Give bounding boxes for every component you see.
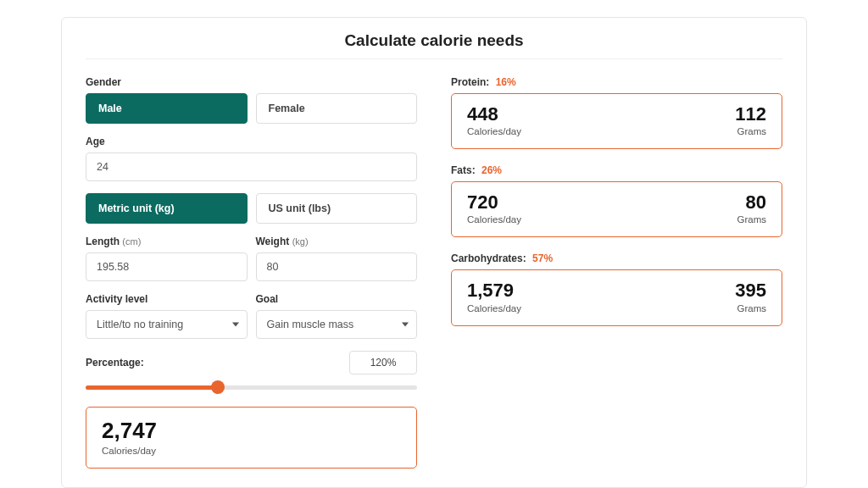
length-weight-row: Length (cm) Weight (kg) (86, 236, 417, 281)
unit-metric-button[interactable]: Metric unit (kg) (86, 193, 248, 224)
goal-select[interactable]: Gain muscle mass (256, 310, 418, 339)
fats-label: Fats: (451, 164, 476, 176)
protein-card: 448 Calories/day 112 Grams (451, 93, 782, 149)
activity-label: Activity level (86, 293, 248, 305)
fats-card: 720 Calories/day 80 Grams (451, 181, 782, 237)
carbs-cal-unit: Calories/day (467, 303, 521, 313)
goal-label: Goal (256, 293, 418, 305)
protein-block: Protein: 16% 448 Calories/day 112 Grams (451, 76, 782, 149)
carbs-label: Carbohydrates: (451, 252, 526, 264)
gender-female-button[interactable]: Female (256, 93, 418, 124)
slider-fill (86, 385, 218, 390)
carbs-cal-value: 1,579 (467, 280, 521, 301)
columns: Gender Male Female Age Metric unit (kg) … (86, 76, 782, 469)
percentage-slider[interactable] (86, 380, 417, 395)
calorie-calculator-panel: Calculate calorie needs Gender Male Fema… (61, 17, 807, 488)
fats-cal-value: 720 (467, 192, 521, 213)
fats-pct: 26% (481, 164, 502, 176)
age-label: Age (86, 136, 417, 147)
carbs-head: Carbohydrates: 57% (451, 252, 782, 264)
activity-select[interactable]: Little/to no training (86, 310, 248, 339)
fats-grams-unit: Grams (737, 214, 767, 225)
total-calories-value: 2,747 (102, 418, 401, 444)
carbs-grams-col: 395 Grams (735, 280, 766, 313)
gender-toggle: Male Female (86, 93, 417, 124)
carbs-grams-unit: Grams (735, 303, 766, 313)
carbs-pct: 57% (532, 252, 553, 264)
unit-group: Metric unit (kg) US unit (lbs) (86, 193, 417, 224)
macros-column: Protein: 16% 448 Calories/day 112 Grams (451, 76, 782, 469)
carbs-cal-col: 1,579 Calories/day (467, 280, 521, 313)
unit-us-button[interactable]: US unit (lbs) (256, 193, 418, 224)
total-calories-unit: Calories/day (102, 446, 401, 456)
length-label: Length (cm) (86, 236, 248, 247)
protein-pct: 16% (496, 76, 516, 88)
fats-cal-unit: Calories/day (467, 214, 521, 225)
age-group: Age (86, 136, 417, 181)
fats-cal-col: 720 Calories/day (467, 192, 521, 225)
activity-goal-row: Activity level Little/to no training Goa… (86, 293, 417, 339)
page-title: Calculate calorie needs (86, 31, 782, 58)
age-input[interactable] (86, 152, 417, 181)
length-input[interactable] (86, 252, 248, 281)
length-group: Length (cm) (86, 236, 248, 281)
percentage-row: Percentage: 120% (86, 351, 417, 374)
protein-cal-unit: Calories/day (467, 126, 521, 136)
carbs-grams-value: 395 (735, 280, 766, 301)
protein-head: Protein: 16% (451, 76, 782, 88)
protein-grams-col: 112 Grams (735, 104, 766, 136)
weight-input[interactable] (256, 252, 418, 281)
percentage-label: Percentage: (86, 357, 144, 369)
percentage-display: 120% (349, 351, 417, 374)
divider (86, 58, 782, 59)
total-calories-card: 2,747 Calories/day (86, 407, 417, 469)
goal-group: Goal Gain muscle mass (256, 293, 418, 339)
carbs-block: Carbohydrates: 57% 1,579 Calories/day 39… (451, 252, 782, 325)
carbs-card: 1,579 Calories/day 395 Grams (451, 269, 782, 325)
activity-group: Activity level Little/to no training (86, 293, 248, 339)
gender-male-button[interactable]: Male (86, 93, 248, 124)
protein-grams-unit: Grams (735, 126, 766, 136)
fats-head: Fats: 26% (451, 164, 782, 176)
gender-group: Gender Male Female (86, 76, 417, 124)
fats-grams-value: 80 (737, 192, 767, 213)
fats-grams-col: 80 Grams (737, 192, 767, 225)
gender-label: Gender (86, 76, 417, 88)
unit-toggle: Metric unit (kg) US unit (lbs) (86, 193, 417, 224)
protein-label: Protein: (451, 76, 489, 88)
protein-grams-value: 112 (735, 104, 766, 125)
protein-cal-col: 448 Calories/day (467, 104, 521, 136)
weight-label: Weight (kg) (256, 236, 418, 247)
fats-block: Fats: 26% 720 Calories/day 80 Grams (451, 164, 782, 237)
protein-cal-value: 448 (467, 104, 521, 125)
slider-thumb[interactable] (211, 380, 225, 394)
weight-group: Weight (kg) (256, 236, 418, 281)
form-column: Gender Male Female Age Metric unit (kg) … (86, 76, 417, 469)
